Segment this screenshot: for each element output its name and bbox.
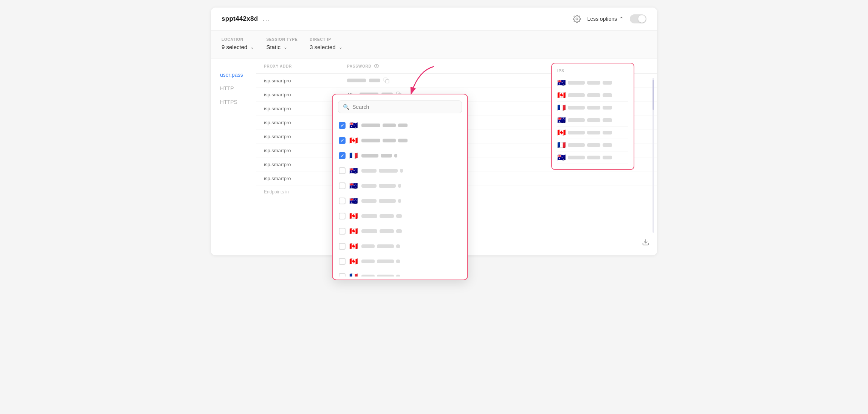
- session-selector[interactable]: Static ⌄: [266, 44, 298, 50]
- checkbox-4[interactable]: [339, 167, 346, 174]
- flag-au-3: 🇦🇺: [557, 153, 566, 162]
- flag-ca: 🇨🇦: [349, 257, 358, 266]
- checkbox-3[interactable]: [339, 152, 346, 159]
- checkbox-11[interactable]: [339, 273, 346, 277]
- checkbox-1[interactable]: [339, 122, 346, 129]
- ips-panel: IPS 🇦🇺 🇨🇦 🇫🇷 🇦🇺: [551, 63, 634, 170]
- location-filter: LOCATION 9 selected ⌄: [222, 37, 254, 50]
- flag-ca: 🇨🇦: [349, 212, 358, 220]
- search-input[interactable]: [352, 104, 457, 110]
- flag-fr: 🇫🇷: [349, 272, 358, 277]
- eye-icon[interactable]: [374, 63, 379, 69]
- flag-au: 🇦🇺: [349, 121, 358, 130]
- toggle-knob: [638, 15, 646, 23]
- dropdown-item[interactable]: 🇫🇷: [333, 148, 467, 163]
- svg-rect-2: [386, 80, 389, 83]
- checkbox-2[interactable]: [339, 137, 346, 144]
- chevron-down-icon: ⌄: [250, 45, 254, 50]
- dropdown-item[interactable]: 🇨🇦: [333, 209, 467, 224]
- ips-row: 🇨🇦: [557, 89, 628, 102]
- flag-fr: 🇫🇷: [349, 151, 358, 160]
- location-label: LOCATION: [222, 37, 254, 42]
- tab-userpass[interactable]: user:pass: [211, 68, 256, 82]
- ips-row: 🇦🇺: [557, 151, 628, 164]
- chevron-down-icon-3: ⌄: [339, 45, 343, 50]
- direct-ip-dropdown: 🔍 🇦🇺 🇨🇦: [332, 94, 468, 280]
- tab-http[interactable]: HTTP: [211, 82, 256, 95]
- search-box: 🔍: [338, 100, 462, 113]
- col-proxy-addr: PROXY ADDR: [264, 63, 347, 69]
- header-bar: sppt442x8d ... Less options ⌃: [211, 8, 657, 31]
- flag-au: 🇦🇺: [349, 197, 358, 205]
- checkbox-5[interactable]: [339, 182, 346, 189]
- svg-point-1: [376, 65, 377, 67]
- page-title: sppt442x8d: [222, 15, 258, 23]
- header-left: sppt442x8d ...: [222, 15, 271, 23]
- dropdown-item[interactable]: 🇨🇦: [333, 133, 467, 148]
- session-label: SESSION TYPE: [266, 37, 298, 42]
- flag-ca-1: 🇨🇦: [557, 91, 566, 99]
- direct-ip-filter: DIRECT IP 3 selected ⌄: [310, 37, 342, 50]
- dropdown-item[interactable]: 🇦🇺: [333, 193, 467, 209]
- gear-icon[interactable]: [573, 15, 581, 23]
- dropdown-item[interactable]: 🇨🇦: [333, 239, 467, 254]
- left-tabs: user:pass HTTP HTTPS: [211, 59, 256, 255]
- flag-fr-1: 🇫🇷: [557, 104, 566, 112]
- checkbox-8[interactable]: [339, 228, 346, 235]
- chevron-up-icon: ⌃: [619, 16, 624, 22]
- main-container: sppt442x8d ... Less options ⌃ LOCATION 9…: [211, 8, 657, 255]
- ips-row: 🇫🇷: [557, 102, 628, 114]
- checkbox-10[interactable]: [339, 258, 346, 265]
- chevron-down-icon-2: ⌄: [284, 45, 287, 50]
- flag-ca: 🇨🇦: [349, 242, 358, 250]
- dropdown-item[interactable]: 🇦🇺: [333, 178, 467, 193]
- flag-ca: 🇨🇦: [349, 227, 358, 235]
- checkbox-9[interactable]: [339, 243, 346, 250]
- content-area: user:pass HTTP HTTPS PROXY ADDR PASSWORD…: [211, 59, 657, 255]
- header-right: Less options ⌃: [573, 14, 646, 23]
- flag-au-1: 🇦🇺: [557, 79, 566, 87]
- location-selector[interactable]: 9 selected ⌄: [222, 44, 254, 50]
- ellipsis-button[interactable]: ...: [263, 15, 271, 23]
- checkbox-6[interactable]: [339, 198, 346, 204]
- scrollbar[interactable]: [653, 78, 654, 233]
- flag-ca-2: 🇨🇦: [557, 128, 566, 137]
- scrollbar-thumb[interactable]: [653, 80, 654, 110]
- ips-header: IPS: [557, 69, 628, 73]
- direct-ip-selector[interactable]: 3 selected ⌄: [310, 44, 342, 50]
- session-type-filter: SESSION TYPE Static ⌄: [266, 37, 298, 50]
- ips-row: 🇫🇷: [557, 139, 628, 151]
- dropdown-item[interactable]: 🇫🇷: [333, 269, 467, 277]
- ips-row: 🇦🇺: [557, 114, 628, 127]
- copy-icon[interactable]: [383, 77, 389, 83]
- dropdown-item[interactable]: 🇨🇦: [333, 224, 467, 239]
- flag-fr-2: 🇫🇷: [557, 141, 566, 149]
- flag-ca: 🇨🇦: [349, 136, 358, 145]
- dropdown-item[interactable]: 🇦🇺: [333, 163, 467, 178]
- dropdown-item[interactable]: 🇦🇺: [333, 118, 467, 133]
- svg-point-0: [576, 18, 578, 20]
- search-container: 🔍: [333, 100, 467, 118]
- toggle-switch[interactable]: [630, 14, 646, 23]
- dropdown-list: 🇦🇺 🇨🇦: [333, 118, 467, 277]
- tab-https[interactable]: HTTPS: [211, 95, 256, 109]
- direct-ip-label: DIRECT IP: [310, 37, 342, 42]
- dropdown-item[interactable]: 🇨🇦: [333, 254, 467, 269]
- ips-row: 🇦🇺: [557, 77, 628, 89]
- less-options-button[interactable]: Less options ⌃: [587, 16, 624, 22]
- search-icon: 🔍: [343, 104, 349, 110]
- download-icon[interactable]: [642, 238, 649, 248]
- flag-au: 🇦🇺: [349, 167, 358, 175]
- checkbox-7[interactable]: [339, 213, 346, 219]
- flag-au-2: 🇦🇺: [557, 116, 566, 124]
- filters-bar: LOCATION 9 selected ⌄ SESSION TYPE Stati…: [211, 31, 657, 59]
- flag-au: 🇦🇺: [349, 182, 358, 190]
- ips-row: 🇨🇦: [557, 127, 628, 139]
